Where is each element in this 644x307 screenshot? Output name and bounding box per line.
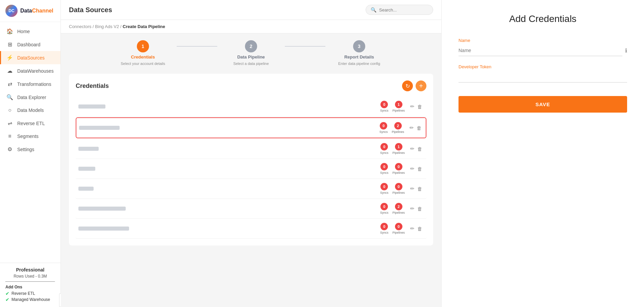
pipelines-label-4: Pipelines <box>392 171 405 174</box>
credential-badges-1: 0 Syncs 1 Pipelines <box>380 101 405 112</box>
sidebar-item-label: Dashboard <box>17 42 41 47</box>
delete-credential-1[interactable]: 🗑 <box>416 102 424 111</box>
syncs-badge-5: 0 <box>380 183 388 190</box>
syncs-label-1: Syncs <box>380 109 389 112</box>
delete-credential-4[interactable]: 🗑 <box>416 165 424 173</box>
addon-label: Reverse ETL <box>11 291 35 296</box>
addon-managed-warehouse: ✔Managed Warehouse <box>5 297 55 302</box>
syncs-badge-group-4: 0 Syncs <box>380 163 389 174</box>
search-bar[interactable]: 🔍 <box>366 5 433 15</box>
step-2: 2 Data Pipeline Select a data pipeline <box>217 40 285 66</box>
edit-credential-3[interactable]: ✏ <box>409 144 416 153</box>
edit-credential-2[interactable]: ✏ <box>408 123 415 132</box>
syncs-badge-group-3: 0 Syncs <box>380 143 389 155</box>
sidebar-item-settings[interactable]: ⚙Settings <box>0 143 60 156</box>
refresh-credentials-button[interactable]: ↻ <box>402 80 413 91</box>
credential-row-6[interactable]: 0 Syncs 2 Pipelines ✏ 🗑 <box>76 199 426 219</box>
breadcrumb-item-1[interactable]: Bing Ads V2 <box>95 24 119 29</box>
name-input[interactable] <box>459 45 622 56</box>
sidebar-item-segments[interactable]: ≡Segments <box>0 130 60 143</box>
syncs-badge-group-2: 0 Syncs <box>379 122 388 134</box>
syncs-badge-1: 0 <box>380 101 388 108</box>
credential-name-3 <box>78 147 99 151</box>
pipelines-badge-2: 2 <box>394 122 402 129</box>
pipelines-badge-group-6: 2 Pipelines <box>392 203 405 214</box>
sidebar-item-dashboard[interactable]: ⊞Dashboard <box>0 38 60 51</box>
credential-row-7[interactable]: 0 Syncs 0 Pipelines ✏ 🗑 <box>76 219 426 239</box>
search-input[interactable] <box>379 7 426 13</box>
sidebar-item-label: Data Models <box>17 108 44 113</box>
data-explorer-icon: 🔍 <box>6 94 13 100</box>
pipelines-label-7: Pipelines <box>392 231 405 234</box>
step-label-1: Credentials <box>131 54 155 60</box>
edit-credential-4[interactable]: ✏ <box>409 164 416 173</box>
syncs-badge-group-5: 0 Syncs <box>380 183 389 194</box>
edit-credential-1[interactable]: ✏ <box>409 102 416 111</box>
delete-credential-3[interactable]: 🗑 <box>416 145 424 153</box>
sidebar-item-datasources[interactable]: ⚡DataSources <box>0 51 60 64</box>
credential-row-4[interactable]: 0 Syncs 0 Pipelines ✏ 🗑 <box>76 159 426 179</box>
save-button[interactable]: SAVE <box>459 96 627 113</box>
delete-credential-6[interactable]: 🗑 <box>416 205 424 213</box>
credential-row-2[interactable]: 0 Syncs 2 Pipelines ✏ 🗑 <box>76 117 426 138</box>
sidebar-item-label: Home <box>17 29 30 34</box>
page-title: Data Sources <box>69 6 112 14</box>
credential-row-3[interactable]: 0 Syncs 1 Pipelines ✏ 🗑 <box>76 139 426 159</box>
step-connector-1 <box>177 46 217 47</box>
name-label: Name <box>459 38 627 43</box>
developer-token-input[interactable] <box>459 71 627 82</box>
delete-credential-5[interactable]: 🗑 <box>416 185 424 193</box>
pipelines-badge-5: 0 <box>395 183 402 190</box>
syncs-badge-3: 0 <box>380 143 388 150</box>
sidebar-logo: DC DataChannel <box>0 0 60 22</box>
edit-credential-5[interactable]: ✏ <box>409 184 416 193</box>
breadcrumb-item-0[interactable]: Connectors <box>69 24 91 29</box>
pipelines-badge-group-3: 1 Pipelines <box>392 143 405 155</box>
sidebar-item-home[interactable]: 🏠Home <box>0 25 60 38</box>
add-credential-button[interactable]: + <box>416 80 426 91</box>
main-content: 1 Credentials Select your account detail… <box>61 33 441 307</box>
credential-row-5[interactable]: 0 Syncs 0 Pipelines ✏ 🗑 <box>76 179 426 199</box>
syncs-badge-4: 0 <box>380 163 388 170</box>
sidebar-item-datawarehouses[interactable]: ☁DataWarehouses <box>0 64 60 77</box>
sidebar-item-reverse-etl[interactable]: ⇌Reverse ETL <box>0 117 60 130</box>
pipelines-badge-1: 1 <box>395 101 402 108</box>
name-info-icon[interactable]: ℹ <box>625 47 627 54</box>
credentials-actions: ↻ + <box>402 80 426 91</box>
sidebar: DC DataChannel 🏠Home⊞Dashboard⚡DataSourc… <box>0 0 61 307</box>
syncs-badge-2: 0 <box>380 122 387 129</box>
credential-row-1[interactable]: 0 Syncs 1 Pipelines ✏ 🗑 <box>76 97 426 117</box>
pipelines-badge-group-5: 0 Pipelines <box>392 183 405 194</box>
credentials-section: Credentials ↻ + 0 Syncs 1 Pipelines ✏ <box>69 74 433 245</box>
step-3: 3 Report Details Enter data pipeline con… <box>325 40 393 66</box>
delete-credential-2[interactable]: 🗑 <box>415 124 423 132</box>
step-sublabel-2: Select a data pipeline <box>233 62 269 66</box>
segments-icon: ≡ <box>6 133 13 139</box>
credential-name-1 <box>78 104 105 109</box>
credentials-header: Credentials ↻ + <box>76 80 426 91</box>
syncs-label-2: Syncs <box>379 130 388 134</box>
sidebar-item-data-models[interactable]: ○Data Models <box>0 104 60 117</box>
step-connector-2 <box>285 46 325 47</box>
delete-credential-7[interactable]: 🗑 <box>416 225 424 233</box>
panel-title: Add Credentials <box>459 14 627 24</box>
name-input-wrapper: ℹ <box>459 45 627 56</box>
pipelines-badge-6: 2 <box>395 203 402 210</box>
sidebar-item-label: DataSources <box>17 55 45 61</box>
sidebar-navigation: 🏠Home⊞Dashboard⚡DataSources☁DataWarehous… <box>0 22 60 263</box>
addon-reverse-etl: ✔Reverse ETL <box>5 291 55 296</box>
credential-badges-7: 0 Syncs 0 Pipelines <box>380 223 405 234</box>
syncs-badge-6: 0 <box>380 203 388 210</box>
pipelines-badge-group-4: 0 Pipelines <box>392 163 405 174</box>
logo-icon: DC <box>5 5 18 17</box>
step-circle-2: 2 <box>245 40 257 52</box>
sidebar-item-data-explorer[interactable]: 🔍Data Explorer <box>0 91 60 104</box>
datasources-icon: ⚡ <box>6 54 13 61</box>
edit-credential-6[interactable]: ✏ <box>409 204 416 213</box>
logo-text: DataChannel <box>20 8 53 14</box>
datawarehouses-icon: ☁ <box>6 68 13 74</box>
edit-credential-7[interactable]: ✏ <box>409 224 416 233</box>
sidebar-item-transformations[interactable]: ⇄Transformations <box>0 77 60 91</box>
sidebar-item-label: Data Explorer <box>17 95 46 100</box>
add-ons-label: Add Ons <box>5 285 55 289</box>
